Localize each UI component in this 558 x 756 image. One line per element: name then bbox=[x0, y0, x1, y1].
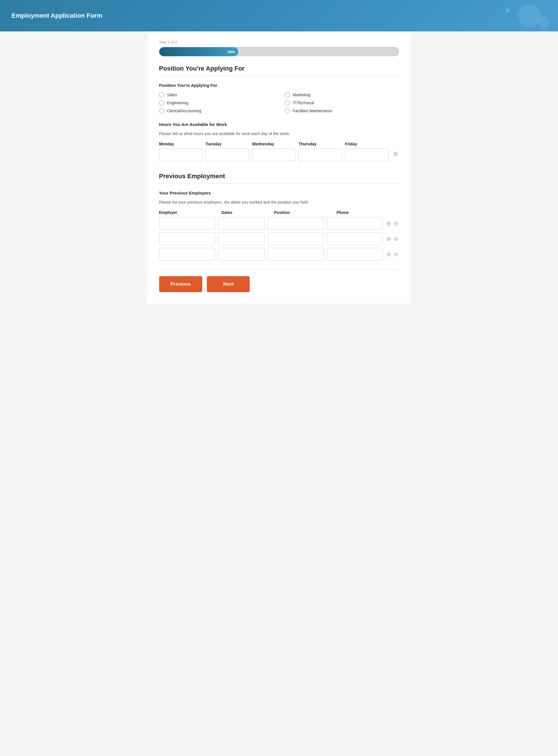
position-radio-group: Sales Marketing Engineering IT/Technical… bbox=[159, 92, 399, 113]
hours-monday-col: Monday bbox=[159, 142, 203, 161]
radio-label-facilities: Facilities Maintenance bbox=[293, 108, 333, 113]
radio-clerical[interactable]: Clerical/Accounting bbox=[159, 108, 274, 113]
employment-section-divider bbox=[159, 183, 399, 184]
employer-3-dates[interactable] bbox=[218, 248, 265, 260]
employer-2-name[interactable] bbox=[159, 233, 215, 245]
main-content: Step 2 of 3 33% Position You're Applying… bbox=[148, 31, 411, 304]
radio-input-engineering[interactable] bbox=[159, 100, 164, 105]
employer-3-name[interactable] bbox=[159, 248, 215, 260]
employer-3-phone[interactable] bbox=[327, 248, 383, 260]
next-button[interactable]: Next bbox=[207, 276, 250, 292]
radio-engineering[interactable]: Engineering bbox=[159, 100, 274, 105]
radio-sales[interactable]: Sales bbox=[159, 92, 274, 97]
phone-col-header: Phone bbox=[336, 210, 396, 215]
employer-col-header: Employer bbox=[159, 210, 219, 215]
hours-thursday-col: Thursday bbox=[299, 142, 342, 161]
employer-2-actions: ⊕ ⊖ bbox=[386, 235, 399, 242]
navigation-buttons: Previous Next bbox=[159, 276, 399, 292]
employer-3-add-button[interactable]: ⊕ bbox=[386, 251, 392, 258]
hours-thursday-header: Thursday bbox=[299, 142, 342, 146]
employer-row-1: ⊕ ⊖ bbox=[159, 217, 399, 230]
employer-3-position[interactable] bbox=[268, 248, 324, 260]
hours-tuesday-header: Tuesday bbox=[205, 142, 249, 146]
radio-input-it-technical[interactable] bbox=[285, 100, 290, 105]
hours-wednesday-input[interactable] bbox=[252, 149, 296, 161]
hours-description: Please tell us what hours you are availa… bbox=[159, 131, 399, 136]
radio-input-sales[interactable] bbox=[159, 92, 164, 97]
hours-grid: Monday Tuesday Wednesday Thursday Friday… bbox=[159, 142, 399, 161]
radio-marketing[interactable]: Marketing bbox=[285, 92, 399, 97]
header-decor-circle-large bbox=[518, 4, 541, 27]
hours-monday-header: Monday bbox=[159, 142, 203, 146]
employment-section-title: Previous Employment bbox=[159, 173, 399, 180]
radio-input-marketing[interactable] bbox=[285, 92, 290, 97]
position-subsection-title: Position You're Applying For bbox=[159, 83, 399, 88]
header-decor-circle-medium bbox=[538, 17, 550, 29]
hours-add-row-button[interactable]: ⊕ bbox=[392, 149, 399, 160]
employers-table: Employer Dates Position Phone ⊕ ⊖ bbox=[159, 210, 399, 260]
progress-bar-text: 33% bbox=[227, 50, 235, 54]
radio-facilities[interactable]: Facilities Maintenance bbox=[285, 108, 399, 113]
employer-2-position[interactable] bbox=[268, 233, 324, 245]
employer-2-add-button[interactable]: ⊕ bbox=[386, 235, 392, 242]
radio-label-it-technical: IT/Technical bbox=[293, 101, 314, 105]
employer-1-phone[interactable] bbox=[327, 217, 383, 230]
employer-1-remove-button[interactable]: ⊖ bbox=[393, 220, 399, 227]
position-section-divider bbox=[159, 76, 399, 76]
hours-friday-col: Friday bbox=[345, 142, 389, 161]
employer-3-actions: ⊕ ⊖ bbox=[386, 251, 399, 258]
hours-tuesday-col: Tuesday bbox=[205, 142, 249, 161]
employer-2-remove-button[interactable]: ⊖ bbox=[393, 235, 399, 242]
radio-input-clerical[interactable] bbox=[159, 108, 164, 113]
hours-section: Hours You Are Available for Work Please … bbox=[159, 122, 399, 161]
hours-tuesday-input[interactable] bbox=[205, 149, 249, 161]
employer-2-phone[interactable] bbox=[327, 233, 383, 245]
header-decor-circle-small bbox=[505, 8, 509, 12]
employer-1-add-button[interactable]: ⊕ bbox=[386, 220, 392, 227]
employer-2-dates[interactable] bbox=[218, 233, 265, 245]
employer-1-position[interactable] bbox=[268, 217, 324, 230]
header-title: Employment Application Form bbox=[11, 12, 102, 20]
employer-3-remove-button[interactable]: ⊖ bbox=[393, 251, 399, 258]
hours-wednesday-col: Wednesday bbox=[252, 142, 296, 161]
hours-friday-header: Friday bbox=[345, 142, 389, 146]
radio-it-technical[interactable]: IT/Technical bbox=[285, 100, 399, 105]
position-col-header: Position bbox=[274, 210, 334, 215]
hours-thursday-input[interactable] bbox=[299, 149, 342, 161]
step-label: Step 2 of 3 bbox=[159, 40, 399, 44]
progress-bar-container: 33% bbox=[159, 47, 399, 56]
position-section-title: Position You're Applying For bbox=[159, 65, 399, 72]
previous-button[interactable]: Previous bbox=[159, 276, 203, 292]
hours-friday-input[interactable] bbox=[345, 149, 389, 161]
hours-title: Hours You Are Available for Work bbox=[159, 122, 399, 127]
employers-description: Please list your previous employers, the… bbox=[159, 200, 399, 205]
radio-label-marketing: Marketing bbox=[293, 93, 310, 97]
progress-bar-fill: 33% bbox=[159, 47, 238, 56]
employers-table-header: Employer Dates Position Phone bbox=[159, 210, 399, 215]
previous-employment-section: Previous Employment Your Previous Employ… bbox=[159, 173, 399, 260]
employer-row-3: ⊕ ⊖ bbox=[159, 248, 399, 260]
page-header: Employment Application Form bbox=[0, 0, 558, 31]
employer-1-name[interactable] bbox=[159, 217, 215, 230]
employers-subsection-title: Your Previous Employers bbox=[159, 190, 399, 195]
radio-label-engineering: Engineering bbox=[167, 101, 188, 105]
radio-label-clerical: Clerical/Accounting bbox=[167, 108, 201, 113]
hours-wednesday-header: Wednesday bbox=[252, 142, 296, 146]
radio-input-facilities[interactable] bbox=[285, 108, 290, 113]
dates-col-header: Dates bbox=[222, 210, 271, 215]
employer-row-2: ⊕ ⊖ bbox=[159, 233, 399, 245]
radio-label-sales: Sales bbox=[167, 93, 177, 97]
employer-1-dates[interactable] bbox=[218, 217, 265, 230]
position-section: Position You're Applying For Position Yo… bbox=[159, 65, 399, 113]
employer-1-actions: ⊕ ⊖ bbox=[386, 220, 399, 227]
hours-monday-input[interactable] bbox=[159, 149, 203, 161]
bottom-divider bbox=[159, 269, 399, 269]
